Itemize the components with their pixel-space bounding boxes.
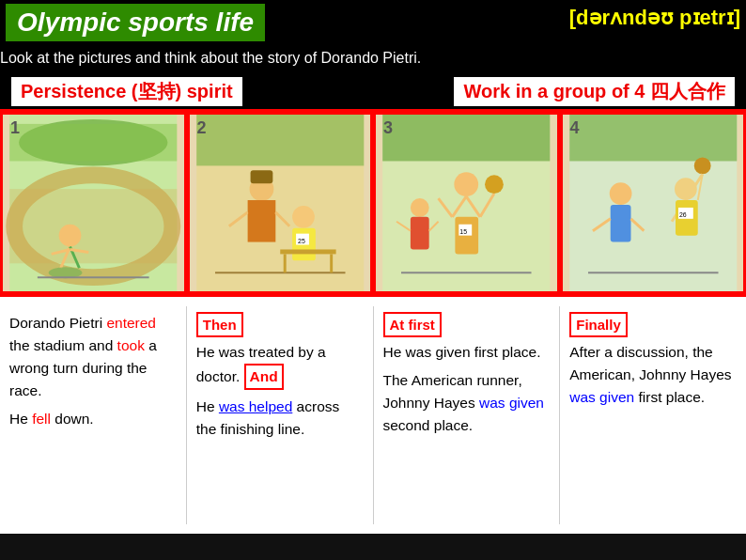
title-box: Olympic sports life [6,4,265,41]
col4-text: After a discussion, the American, Johnny… [569,341,737,409]
col3-given1: He was given first place. [383,344,541,360]
text-col-1: Dorando Pietri entered the stadium and t… [0,306,187,524]
svg-text:26: 26 [678,211,686,218]
image-panel-3: 3 15 [373,112,560,294]
svg-rect-40 [411,217,429,250]
svg-rect-44 [569,115,737,161]
col1-mid: the stadium and [9,337,117,353]
panel-num-2: 2 [197,118,207,138]
col1-down: down. [51,411,94,427]
svg-text:15: 15 [459,228,467,235]
text-col-4: Finally After a discussion, the American… [560,306,746,524]
header-bar: Olympic sports life [dərʌndəʊ pɪetrɪ] [0,0,746,45]
col1-text: Dorando Pietri entered the stadium and t… [9,312,177,402]
scroll-text: Look at the pictures and think about the… [0,50,421,67]
col3-text: He was given first place. [383,341,551,364]
col4-first: first place. [634,389,705,405]
svg-rect-2 [9,124,177,162]
col4-after: After a discussion, the American, Johnny… [569,344,731,382]
text-col-3: At first He was given first place. The A… [374,306,561,524]
col1-he: He [9,411,32,427]
atfirst-tag: At first [383,312,551,337]
image-panel-2: 2 25 [187,112,374,294]
svg-point-34 [485,175,504,194]
col2-was-helped: was helped [219,398,292,414]
main-wrapper: Olympic sports life [dərʌndəʊ pɪetrɪ] Lo… [0,0,746,560]
svg-rect-15 [250,170,272,183]
svg-rect-13 [196,115,364,165]
col1-took: took [117,337,145,353]
svg-rect-46 [610,205,630,242]
workin-box: Work in a group of 4 四人合作 [452,75,737,108]
svg-rect-28 [382,115,550,161]
image-panel-1: 1 [0,112,187,294]
svg-point-5 [59,225,82,247]
col2-and: And [244,364,284,390]
finally-label: Finally [569,312,628,337]
svg-rect-4 [9,189,177,263]
svg-text:25: 25 [298,238,305,244]
col1-fell: He fell down. [9,408,177,430]
bottom-strip [0,534,746,560]
subtitle-bar: Persistence (坚持) spirit Work in a group … [0,73,746,109]
svg-point-50 [693,158,710,175]
images-row: 1 [0,109,746,297]
workin-label: Work in a group of 4 四人合作 [463,81,725,101]
col2-he2: He [196,398,219,414]
col2-helped: He was helped across the finishing line. [196,396,364,441]
text-area: Dorando Pietri entered the stadium and t… [0,297,746,534]
panel-num-3: 3 [383,118,393,138]
svg-point-45 [609,182,631,205]
image-panel-4: 4 26 [560,112,747,294]
panel-num-4: 4 [570,118,580,138]
panel-num-1: 1 [10,118,20,138]
col4-was-given: was given [569,389,634,405]
scroll-bar: Look at the pictures and think about the… [0,45,746,73]
atfirst-label: At first [383,312,442,337]
svg-rect-16 [247,200,275,242]
col1-intro: Dorando Pietri [9,315,106,331]
svg-rect-24 [280,249,335,254]
workin-label-text: Work in a group of 4 四人合作 [463,81,725,101]
text-col-2: Then He was treated by a doctor. And He … [187,306,374,524]
col3-american: The American runner, Johnny Hayes was gi… [383,369,551,437]
phonetic-label: [dərʌndəʊ pɪetrɪ] [569,6,740,30]
persistence-box: Persistence (坚持) spirit [9,75,244,108]
finally-tag: Finally [569,312,737,337]
persistence-label: Persistence (坚持) spirit [21,81,233,101]
then-label: Then [196,312,243,337]
then-tag: Then [196,312,364,337]
svg-point-19 [292,206,315,228]
col1-entered: entered [106,315,156,331]
col2-text: He was treated by a doctor. And [196,341,364,390]
col3-was-given: was given [479,395,544,411]
page-title: Olympic sports life [17,8,254,37]
svg-point-39 [411,198,429,217]
svg-point-29 [454,172,478,196]
col3-second: second place. [383,417,474,433]
col1-fell-word: fell [32,411,51,427]
